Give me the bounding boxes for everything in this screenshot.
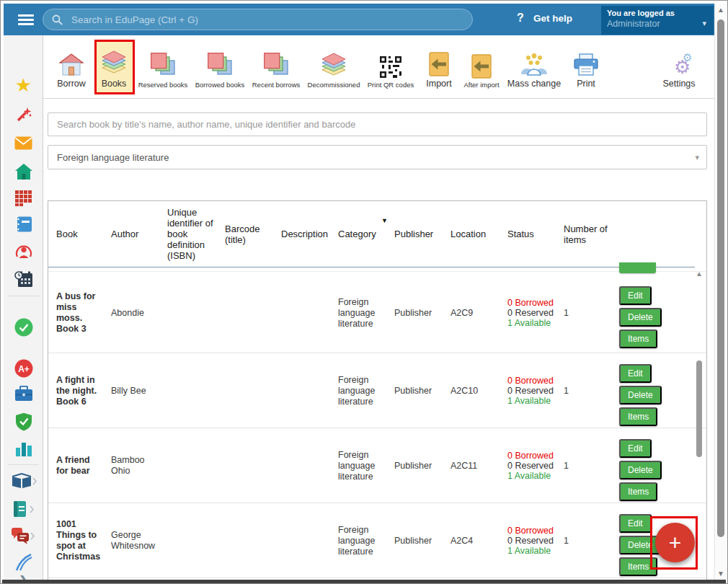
get-help-link[interactable]: Get help (533, 13, 572, 24)
check-circle-icon[interactable] (4, 318, 43, 339)
book-author: Abondie (111, 307, 161, 318)
chat-bubbles-icon[interactable] (4, 527, 43, 547)
book-category: Foreign language literature (338, 525, 380, 557)
module-toolbar: Borrow Books Reserved books Borrowed boo… (43, 35, 714, 99)
book-layers-icon (321, 53, 347, 79)
edit-button[interactable]: Edit (619, 439, 652, 458)
help-icon[interactable]: ? (517, 12, 524, 25)
chevron-down-icon: ▾ (695, 153, 699, 162)
printer-icon (573, 53, 599, 76)
edit-button[interactable]: Edit (619, 514, 652, 533)
toolbar-borrowed-books-label: Borrowed books (195, 81, 245, 89)
column-header-barcode[interactable]: Barcode (title) (225, 201, 271, 267)
book-publisher: Publisher (394, 307, 440, 318)
column-header-book[interactable]: Book (56, 201, 104, 267)
book-status: 0 Borrowed 0 Reserved 1 Available (507, 376, 561, 406)
items-button[interactable]: Items (619, 482, 657, 501)
scroll-up-icon[interactable]: ▲ (715, 6, 727, 14)
shield-check-icon[interactable] (4, 412, 43, 433)
column-header-description[interactable]: Description (281, 201, 333, 267)
logged-as-label: You are logged as (607, 9, 708, 17)
book-items-count: 1 (564, 386, 614, 397)
column-header-items[interactable]: Number of items (564, 201, 614, 267)
column-header-isbn[interactable]: Unique identifier of book definition (IS… (167, 201, 218, 267)
import-arrow-icon (471, 54, 492, 79)
briefcase-icon[interactable] (4, 386, 43, 404)
edit-button[interactable]: Edit (619, 286, 652, 305)
bar-chart-icon[interactable] (4, 441, 43, 459)
status-reserved: 0 Reserved (507, 536, 561, 546)
delete-button[interactable]: Delete (619, 308, 662, 327)
status-available: 1 Available (507, 546, 561, 556)
book-search-input[interactable] (48, 112, 707, 136)
status-borrowed: 0 Borrowed (507, 298, 561, 308)
global-search-input[interactable] (70, 14, 463, 26)
hamburger-menu-icon[interactable] (18, 14, 34, 27)
book-publisher: Publisher (394, 536, 440, 547)
status-borrowed: 0 Borrowed (507, 526, 561, 536)
toolbar-decommissioned-label: Decommissioned (308, 81, 360, 89)
envelope-icon[interactable] (4, 136, 43, 152)
scroll-down-icon[interactable]: ▼ (715, 570, 727, 578)
toolbar-settings-label: Settings (662, 79, 695, 89)
status-borrowed: 0 Borrowed (507, 376, 561, 386)
table-row: 1001 Things to spot at Christmas George … (48, 503, 706, 578)
status-borrowed: 0 Borrowed (507, 451, 561, 461)
import-arrow-icon (429, 52, 449, 76)
timetable-grid-icon[interactable] (4, 190, 43, 208)
column-header-location[interactable]: Location (450, 201, 495, 267)
delete-button[interactable]: Delete (619, 461, 662, 479)
toolbar-reserved-books-label: Reserved books (138, 81, 188, 89)
book-category: Foreign language literature (338, 375, 380, 407)
logged-as-user: Administrator (607, 19, 708, 29)
book-category: Foreign language literature (338, 450, 380, 482)
book-author: Billy Bee (111, 386, 161, 397)
book-title: A bus for miss moss. Book 3 (56, 291, 104, 335)
column-header-category[interactable]: Category (338, 201, 380, 267)
book-author: George Whitesnow (111, 530, 161, 552)
left-sidebar: ★ A+ (4, 35, 43, 580)
book-layers-icon (101, 50, 127, 76)
book-items-count: 1 (564, 461, 614, 472)
copybook-icon[interactable] (4, 500, 43, 520)
calendar-clock-icon[interactable] (4, 270, 43, 290)
stacked-books-icon (208, 53, 232, 79)
pen-icon[interactable] (4, 553, 43, 574)
toolbar-settings[interactable]: ⚙ ⚙ Settings (645, 41, 713, 89)
column-header-publisher[interactable]: Publisher (394, 201, 440, 267)
book-status: 0 Borrowed 0 Reserved 1 Available (507, 526, 561, 556)
table-scrollbar-thumb[interactable] (696, 360, 702, 457)
chevron-down-icon: ▾ (702, 19, 706, 28)
category-select[interactable]: Foreign language literature ▾ (48, 145, 707, 169)
contact-person-icon[interactable] (4, 243, 43, 262)
edit-button[interactable]: Edit (619, 364, 652, 383)
book-title: 1001 Things to spot at Christmas (56, 519, 104, 562)
house-icon[interactable] (4, 164, 43, 182)
column-header-author[interactable]: Author (111, 201, 161, 267)
magic-wand-icon[interactable] (4, 105, 43, 125)
book-status: 0 Borrowed 0 Reserved 1 Available (507, 298, 561, 328)
status-reserved: 0 Reserved (507, 308, 561, 318)
grade-a-plus-icon[interactable]: A+ (4, 359, 43, 380)
book-items-count: 1 (564, 536, 614, 547)
items-button[interactable]: Items (619, 329, 657, 348)
book-publisher: Publisher (394, 461, 440, 472)
sort-desc-icon[interactable]: ▼ (381, 217, 388, 224)
svg-text:A+: A+ (18, 364, 30, 374)
toolbar-print[interactable]: Print (552, 41, 620, 89)
items-button[interactable]: Items (619, 407, 657, 426)
top-bar: ? Get help You are logged as Administrat… (4, 4, 714, 35)
delete-button[interactable]: Delete (619, 386, 662, 404)
items-button-partial[interactable] (619, 262, 656, 273)
library-book-icon[interactable] (4, 472, 43, 492)
logged-in-user-dropdown[interactable]: You are logged as Administrator ▾ (601, 6, 714, 35)
table-scroll-up-icon[interactable]: ▲ (693, 270, 705, 278)
gears-icon: ⚙ ⚙ (665, 52, 693, 76)
book-location: A2C11 (450, 461, 495, 472)
page-scrollbar-thumb[interactable] (717, 19, 724, 537)
column-header-status[interactable]: Status (507, 201, 561, 267)
page-scrollbar: ▲ ▼ (714, 4, 727, 580)
notebook-icon[interactable] (4, 216, 43, 234)
header-divider (48, 267, 695, 267)
add-book-button[interactable]: + (655, 523, 695, 562)
